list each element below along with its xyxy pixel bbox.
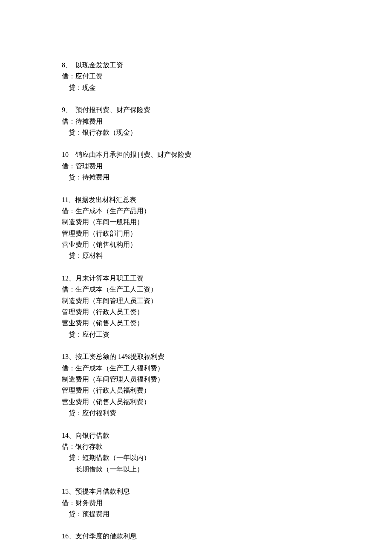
entry-block: 8、 以现金发放工资借：应付工资贷：现金 bbox=[62, 60, 330, 93]
text-line: 管理费用（行政人员工资） bbox=[62, 306, 330, 318]
text-line: 15、预提本月借款利息 bbox=[62, 486, 330, 497]
entry-block: 11、根据发出材料汇总表借：生产成本（生产产品用）制造费用（车间一般耗用）管理费… bbox=[62, 194, 330, 262]
text-line: 借：应付工资 bbox=[62, 71, 330, 82]
text-line: 贷：预提费用 bbox=[62, 509, 330, 520]
text-line: 制造费用（车间管理人员福利费） bbox=[62, 374, 330, 385]
text-line: 16、支付季度的借款利息 bbox=[62, 531, 330, 542]
text-line: 9、 预付报刊费、财产保险费 bbox=[62, 104, 330, 116]
entry-block: 13、按工资总额的 14%提取福利费借：生产成本（生产工人福利费）制造费用（车间… bbox=[62, 351, 330, 419]
text-line: 借：管理费用 bbox=[62, 161, 330, 172]
text-line: 借：生产成本（生产工人福利费） bbox=[62, 363, 330, 374]
entry-block: 14、向银行借款借：银行存款贷：短期借款（一年以内）长期借款（一年以上） bbox=[62, 430, 330, 475]
text-line: 14、向银行借款 bbox=[62, 430, 330, 441]
text-line: 13、按工资总额的 14%提取福利费 bbox=[62, 351, 330, 362]
entry-block: 9、 预付报刊费、财产保险费借：待摊费用贷：银行存款（现金） bbox=[62, 104, 330, 138]
text-line: 借：银行存款 bbox=[62, 441, 330, 452]
entry-block: 15、预提本月借款利息借：财务费用贷：预提费用 bbox=[62, 486, 330, 520]
text-line: 贷：原材料 bbox=[62, 250, 330, 261]
text-line: 借：财务费用 bbox=[62, 497, 330, 509]
text-line: 贷：短期借款（一年以内） bbox=[62, 452, 330, 463]
text-line: 借：待摊费用 bbox=[62, 116, 330, 127]
text-line: 制造费用（车间一般耗用） bbox=[62, 217, 330, 228]
text-line: 管理费用（行政部门用） bbox=[62, 228, 330, 239]
text-line: 营业费用（销售机构用） bbox=[62, 239, 330, 250]
text-line: 制造费用（车间管理人员工资） bbox=[62, 295, 330, 306]
text-line: 借：生产成本（生产工人工资） bbox=[62, 284, 330, 295]
text-line: 8、 以现金发放工资 bbox=[62, 60, 330, 71]
text-line: 贷：待摊费用 bbox=[62, 172, 330, 183]
text-line: 贷：应付工资 bbox=[62, 329, 330, 340]
text-line: 10 销应由本月承担的报刊费、财产保险费 bbox=[62, 149, 330, 160]
text-line: 12、月末计算本月职工工资 bbox=[62, 273, 330, 284]
entry-block: 12、月末计算本月职工工资借：生产成本（生产工人工资）制造费用（车间管理人员工资… bbox=[62, 273, 330, 340]
text-line: 贷：银行存款（现金） bbox=[62, 127, 330, 138]
text-line: 借：生产成本（生产产品用） bbox=[62, 205, 330, 217]
text-line: 长期借款（一年以上） bbox=[62, 464, 330, 475]
text-line: 11、根据发出材料汇总表 bbox=[62, 194, 330, 205]
entry-block: 10 销应由本月承担的报刊费、财产保险费借：管理费用贷：待摊费用 bbox=[62, 149, 330, 183]
entry-block: 16、支付季度的借款利息 bbox=[62, 531, 330, 542]
text-line: 营业费用（销售人员工资） bbox=[62, 318, 330, 329]
text-line: 管理费用（行政人员福利费） bbox=[62, 385, 330, 396]
text-line: 贷：应付福利费 bbox=[62, 408, 330, 419]
document-content: 8、 以现金发放工资借：应付工资贷：现金9、 预付报刊费、财产保险费借：待摊费用… bbox=[62, 60, 330, 542]
text-line: 贷：现金 bbox=[62, 82, 330, 93]
text-line: 营业费用（销售人员福利费） bbox=[62, 396, 330, 408]
